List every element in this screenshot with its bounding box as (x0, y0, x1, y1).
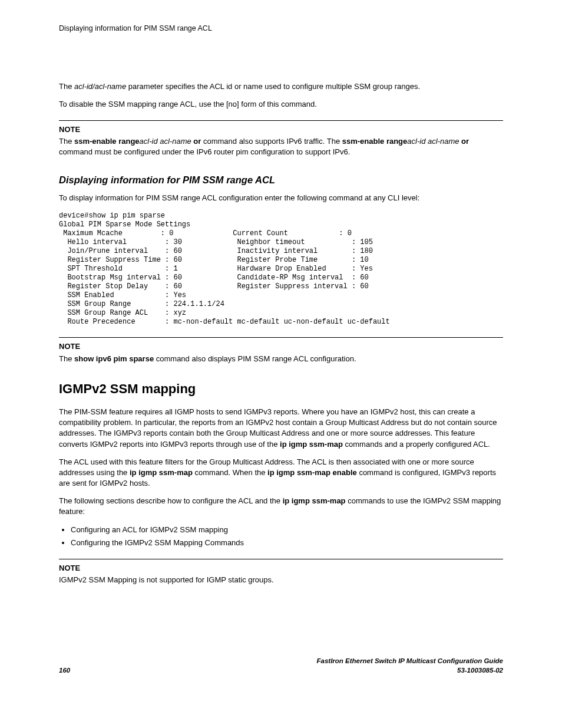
paragraph-following-sections: The following sections describe how to c… (59, 496, 503, 517)
paragraph-acl-filter: The ACL used with this feature filters f… (59, 457, 503, 489)
cmd-ip-igmp-ssm-map-enable: ip igmp ssm-map enable (267, 468, 357, 477)
page-footer: 160 FastIron Ethernet Switch IP Multicas… (59, 656, 503, 675)
note-label: NOTE (59, 341, 503, 352)
note-rule-top (59, 337, 503, 338)
heading-displaying-info: Displaying information for PIM SSM range… (59, 173, 503, 187)
note-label: NOTE (59, 124, 503, 135)
cli-output: device#show ip pim sparse Global PIM Spa… (59, 212, 503, 327)
note-rule-top (59, 559, 503, 559)
cmd-ssm-enable-range: ssm-enable range (74, 137, 140, 146)
paragraph-pim-ssm-feature: The PIM-SSM feature requires all IGMP ho… (59, 407, 503, 450)
text: parameter specifies the ACL id or name u… (126, 82, 420, 91)
term-acl-id-acl-name: acl-id acl-name (407, 137, 461, 146)
text: The (59, 137, 74, 146)
keyword-or: or (193, 137, 201, 146)
footer-title: FastIron Ethernet Switch IP Multicast Co… (317, 656, 503, 666)
list-item: Configuring the IGMPv2 SSM Mapping Comma… (71, 538, 503, 548)
term-acl-id-acl-name: acl-id/acl-name (74, 82, 126, 91)
cmd-ip-igmp-ssm-map: ip igmp ssm-map (280, 440, 343, 449)
cmd-show-ipv6-pim-sparse: show ipv6 pim sparse (74, 354, 154, 363)
note-ipv6-support: The ssm-enable rangeacl-id acl-name or c… (59, 136, 503, 157)
cmd-ip-igmp-ssm-map: ip igmp ssm-map (283, 496, 346, 505)
text: The (59, 354, 74, 363)
paragraph-disable-ssm: To disable the SSM mapping range ACL, us… (59, 99, 503, 110)
text: commands and a properly configured ACL. (343, 440, 490, 449)
term-acl-id-acl-name: acl-id acl-name (140, 137, 194, 146)
text: command. When the (193, 468, 267, 477)
text: The following sections describe how to c… (59, 496, 283, 505)
note-not-supported: IGMPv2 SSM Mapping is not supported for … (59, 575, 503, 585)
cmd-ssm-enable-range: ssm-enable range (342, 137, 408, 146)
footer-docnum: 53-1003085-02 (317, 666, 503, 675)
note-rule-top (59, 120, 503, 121)
paragraph-acl-param: The acl-id/acl-name parameter specifies … (59, 81, 503, 92)
bullet-list: Configuring an ACL for IGMPv2 SSM mappin… (71, 525, 503, 548)
paragraph-display-info: To display information for PIM SSM range… (59, 193, 503, 203)
cmd-ip-igmp-ssm-map: ip igmp ssm-map (130, 468, 193, 477)
keyword-or: or (461, 137, 469, 146)
text: command also supports IPv6 traffic. The (201, 137, 342, 146)
text: command must be configured under the IPv… (59, 147, 350, 156)
page-number: 160 (59, 666, 70, 675)
heading-igmpv2-ssm-mapping: IGMPv2 SSM mapping (59, 380, 503, 398)
note-label: NOTE (59, 563, 503, 574)
note-show-ipv6: The show ipv6 pim sparse command also di… (59, 354, 503, 364)
list-item: Configuring an ACL for IGMPv2 SSM mappin… (71, 525, 503, 535)
text: The (59, 82, 74, 91)
running-head: Displaying information for PIM SSM range… (59, 24, 503, 34)
text: command also displays PIM SSM range ACL … (154, 354, 356, 363)
